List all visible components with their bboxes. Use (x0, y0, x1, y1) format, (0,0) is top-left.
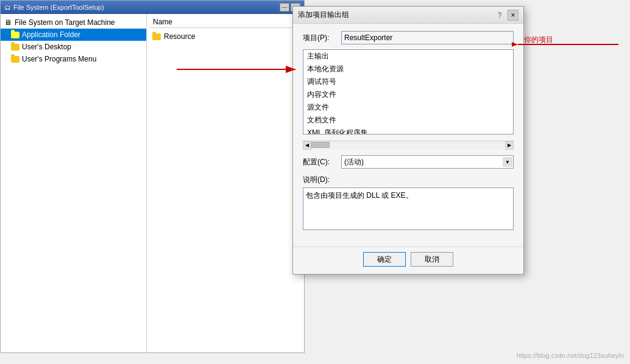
dialog-footer: 确定 取消 (293, 247, 523, 274)
folder-icon-3 (10, 54, 20, 64)
cancel-button[interactable]: 取消 (411, 252, 453, 267)
output-type-listbox[interactable]: 主输出 本地化资源 调试符号 内容文件 源文件 文档文件 XML 序列化程序集 (303, 49, 514, 135)
list-item-xml-serializers[interactable]: XML 序列化程序集 (303, 127, 513, 135)
description-textarea[interactable]: 包含由项目生成的 DLL 或 EXE。 (303, 187, 514, 230)
tree-item-application-folder[interactable]: Application Folder (1, 29, 146, 41)
folder-icon-2 (10, 42, 20, 52)
list-item-content-files[interactable]: 内容文件 (303, 88, 513, 101)
project-label: 项目(P): (303, 33, 336, 43)
horizontal-scrollbar[interactable]: ◀ ▶ (303, 141, 514, 149)
tree-item-label-2: User's Desktop (22, 43, 71, 51)
dialog-body: 项目(P): 主输出 本地化资源 调试符号 内容文件 源文件 文档文件 XML … (293, 24, 523, 247)
scroll-thumb[interactable] (311, 142, 330, 148)
list-item-doc-files[interactable]: 文档文件 (303, 114, 513, 127)
tree-item-label-1: Application Folder (22, 30, 80, 39)
scroll-left-btn[interactable]: ◀ (303, 141, 311, 150)
list-item-source-files[interactable]: 源文件 (303, 101, 513, 114)
file-item-resource[interactable]: Resource (149, 30, 302, 43)
project-row: 项目(P): (303, 31, 514, 44)
config-label: 配置(C): (303, 157, 336, 167)
list-item-debug-symbols[interactable]: 调试符号 (303, 75, 513, 88)
tree-root[interactable]: 🖥 File System on Target Machine (1, 16, 146, 29)
scroll-right-btn[interactable]: ▶ (505, 141, 514, 150)
config-select-wrapper: (活动) ▼ (341, 155, 514, 169)
scroll-track[interactable] (311, 141, 505, 149)
dialog-close-button[interactable]: × (508, 10, 519, 21)
left-panel: 🖥 File System on Target Machine Applicat… (1, 14, 304, 352)
tree-panel: 🖥 File System on Target Machine Applicat… (1, 14, 147, 352)
project-input[interactable] (341, 31, 514, 44)
annotation-text-your-project: 你的项目 (524, 35, 553, 45)
list-item-localized-resources[interactable]: 本地化资源 (303, 63, 513, 75)
folder-icon-1 (10, 30, 20, 40)
tree-item-label-3: User's Programs Menu (22, 55, 96, 63)
tree-item-desktop[interactable]: User's Desktop (1, 41, 146, 53)
title-bar: 🗂 File System (ExportToolSetup) — × (1, 1, 304, 14)
file-panel: Name Resource (147, 14, 304, 352)
dialog-title-bar: 添加项目输出组 ? × (293, 7, 523, 24)
file-list-header: Name (149, 16, 302, 28)
watermark: https://blog.csdn.net/dog123xuheyin (517, 352, 624, 359)
resource-folder-icon (152, 32, 161, 41)
file-item-label: Resource (164, 32, 195, 41)
config-row: 配置(C): (活动) ▼ (303, 155, 514, 169)
computer-icon: 🖥 (3, 18, 13, 27)
list-item-primary-output[interactable]: 主输出 (303, 50, 513, 63)
minimize-button[interactable]: — (280, 3, 289, 12)
description-label: 说明(D): (303, 175, 514, 185)
tree-item-programs-menu[interactable]: User's Programs Menu (1, 53, 146, 65)
dialog-help-button[interactable]: ? (494, 10, 505, 21)
dialog-title-buttons: ? × (494, 10, 519, 21)
window-icon: 🗂 (4, 4, 11, 11)
arrow-to-project (512, 38, 618, 51)
window-title: File System (ExportToolSetup) (13, 4, 104, 11)
main-window: 🗂 File System (ExportToolSetup) — × 🖥 Fi… (0, 0, 305, 353)
title-bar-left: 🗂 File System (ExportToolSetup) (4, 4, 104, 11)
config-select[interactable]: (活动) (341, 155, 514, 169)
add-output-group-dialog: 添加项目输出组 ? × 项目(P): 主输出 本地化资源 调试符号 内容文件 源… (292, 6, 524, 275)
ok-button[interactable]: 确定 (363, 252, 406, 267)
dialog-title: 添加项目输出组 (298, 10, 349, 20)
tree-root-label: File System on Target Machine (15, 18, 115, 27)
